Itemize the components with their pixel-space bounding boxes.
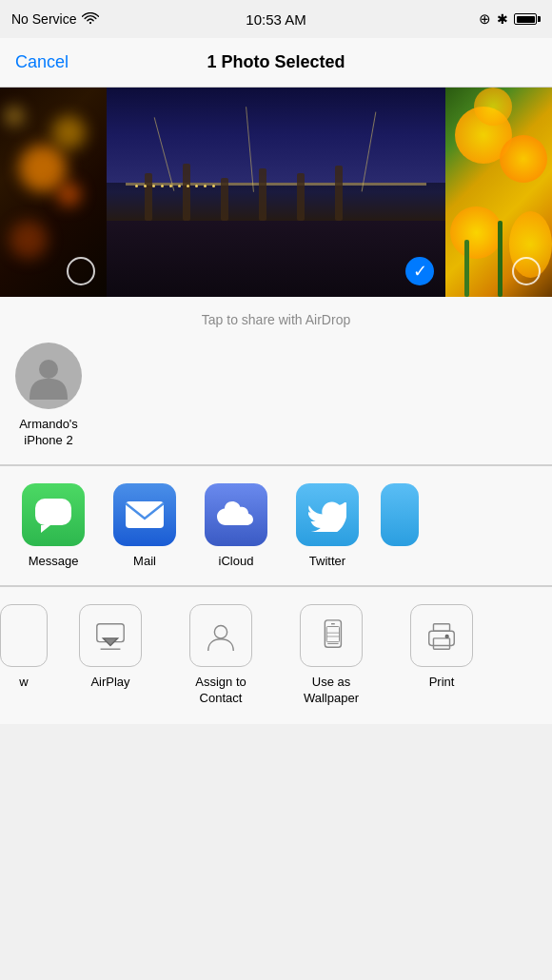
icloud-cloud-icon [214, 499, 258, 531]
status-bar: No Service 10:53 AM ⊕ ✱ [0, 0, 552, 38]
photo-item-bokeh[interactable] [0, 88, 107, 297]
cancel-button[interactable]: Cancel [15, 52, 69, 72]
photo-bridge-selection[interactable]: ✓ [405, 257, 434, 285]
svg-rect-11 [326, 626, 339, 641]
assign-contact-icon [204, 618, 238, 653]
use-wallpaper-icon-box [300, 604, 363, 667]
icloud-app-label: iCloud [219, 554, 254, 568]
assign-contact-label: Assign toContact [195, 675, 246, 707]
status-time: 10:53 AM [246, 11, 306, 28]
battery-icon [514, 13, 541, 25]
carrier-label: No Service [11, 11, 76, 27]
svg-rect-1 [35, 499, 71, 525]
print-icon [424, 618, 459, 653]
share-app-mail[interactable]: Mail [107, 483, 183, 568]
share-actions-section: Message Mail iCloud [0, 466, 552, 586]
lock-icon: ⊕ [479, 10, 491, 28]
mail-app-icon [113, 483, 176, 546]
print-icon-box [410, 604, 473, 667]
svg-point-0 [39, 360, 58, 379]
airplay-icon [93, 618, 128, 653]
action-items-list: w AirPlay Assign toContact [0, 604, 552, 707]
airdrop-device-armando[interactable]: Armando'siPhone 2 [15, 343, 82, 449]
svg-point-17 [445, 635, 448, 637]
photo-strip: ✓ [0, 88, 552, 297]
twitter-bird-icon [308, 498, 346, 532]
use-wallpaper-icon [314, 618, 348, 653]
action-item-airplay[interactable]: AirPlay [55, 604, 166, 707]
nav-title: 1 Photo Selected [207, 52, 345, 72]
share-app-message[interactable]: Message [15, 483, 91, 568]
assign-contact-icon-box [189, 604, 252, 667]
message-bubble-icon [33, 497, 73, 533]
action-item-assign-contact[interactable]: Assign toContact [166, 604, 276, 707]
airdrop-hint: Tap to share with AirDrop [0, 312, 552, 327]
svg-marker-2 [41, 525, 50, 533]
share-app-more[interactable] [381, 483, 419, 568]
action-item-print[interactable]: Print [386, 604, 497, 707]
wifi-icon [82, 12, 99, 26]
svg-rect-16 [433, 623, 449, 631]
airplay-icon-box [79, 604, 142, 667]
bluetooth-icon: ✱ [497, 11, 508, 27]
svg-point-7 [214, 625, 227, 637]
action-item-partial[interactable]: w [0, 604, 55, 707]
device-avatar [15, 343, 82, 409]
twitter-app-label: Twitter [309, 554, 345, 568]
photo-item-bridge[interactable]: ✓ [107, 88, 445, 297]
photo-bokeh-selection[interactable] [67, 257, 95, 285]
checkmark-icon: ✓ [413, 263, 427, 280]
bottom-actions-section: w AirPlay Assign toContact [0, 587, 552, 724]
status-left: No Service [11, 11, 99, 27]
icloud-app-icon [205, 483, 267, 546]
svg-rect-15 [433, 638, 449, 649]
action-partial-icon [0, 604, 48, 667]
person-silhouette-icon [25, 352, 72, 400]
mail-envelope-icon [124, 500, 166, 530]
airdrop-devices: Armando'siPhone 2 [0, 343, 552, 449]
svg-rect-3 [126, 501, 164, 528]
action-item-use-wallpaper[interactable]: Use asWallpaper [276, 604, 386, 707]
device-name-label: Armando'siPhone 2 [19, 417, 78, 449]
share-app-icloud[interactable]: iCloud [198, 483, 274, 568]
message-app-icon [22, 483, 85, 546]
more-app-icon [381, 483, 419, 546]
photo-item-flowers[interactable] [445, 88, 552, 297]
action-partial-label: w [19, 675, 28, 691]
share-apps-list: Message Mail iCloud [0, 483, 552, 568]
status-right: ⊕ ✱ [479, 10, 541, 28]
airdrop-section: Tap to share with AirDrop Armando'siPhon… [0, 297, 552, 465]
print-label: Print [429, 675, 455, 691]
message-app-label: Message [29, 554, 79, 568]
use-wallpaper-label: Use asWallpaper [304, 675, 359, 707]
share-app-twitter[interactable]: Twitter [289, 483, 365, 568]
airplay-label: AirPlay [90, 675, 129, 691]
mail-app-label: Mail [133, 554, 156, 568]
twitter-app-icon [296, 483, 359, 546]
photo-flowers-selection[interactable] [512, 257, 541, 285]
nav-bar: Cancel 1 Photo Selected [0, 38, 552, 88]
